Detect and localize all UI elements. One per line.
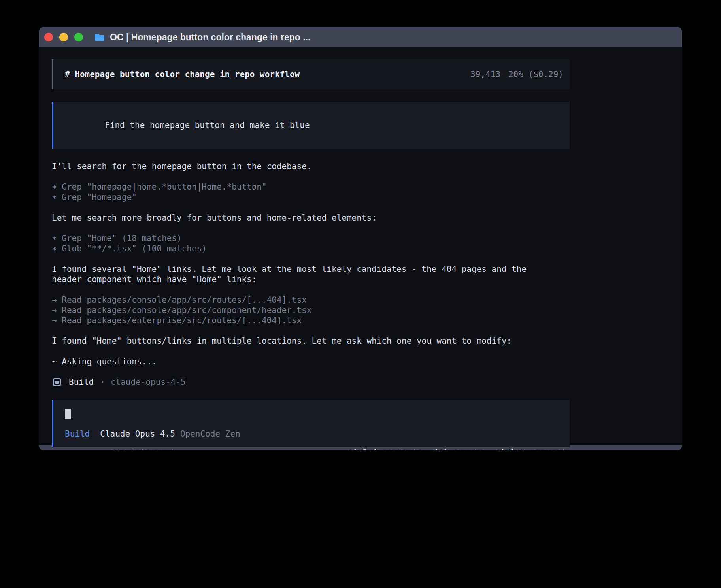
spinner-dots-icon: •••••••• — [52, 447, 101, 450]
traffic-lights — [44, 33, 83, 41]
transcript-line: → Read packages/console/app/src/componen… — [52, 305, 570, 315]
blank-line — [52, 254, 570, 264]
transcript-line: I found "Home" buttons/links in multiple… — [52, 336, 570, 346]
transcript-line: → Read packages/console/app/src/routes/[… — [52, 295, 570, 305]
shortcut-agents: tab agents — [434, 447, 483, 450]
transcript-line: ∗ Grep "Home" (18 matches) — [52, 233, 570, 243]
blank-line — [52, 223, 570, 233]
transcript-line: → Read packages/enterprise/src/routes/[.… — [52, 315, 570, 326]
input-model-label: Claude Opus 4.5 — [100, 429, 175, 439]
shortcut-label: variants — [382, 447, 422, 450]
input-provider-label: OpenCode Zen — [180, 429, 240, 439]
status-bar: •••••••• esc interrupt ctrl+t variants t… — [52, 447, 570, 450]
shortcut-key: ctrl+t — [348, 447, 378, 450]
blank-line — [52, 346, 570, 356]
window-title-group: OC | Homepage button color change in rep… — [94, 32, 310, 43]
input-footer: Build Claude Opus 4.5 OpenCode Zen — [65, 429, 563, 439]
agent-status-row: Build · claude-opus-4-5 — [52, 377, 570, 387]
transcript-line: Let me search more broadly for buttons a… — [52, 213, 570, 223]
transcript-line: I'll search for the homepage button in t… — [52, 161, 570, 172]
window-title: OC | Homepage button color change in rep… — [110, 32, 310, 43]
folder-icon — [94, 33, 105, 41]
blank-line — [52, 202, 570, 213]
blank-line — [52, 285, 570, 295]
transcript-line: header component which have "Home" links… — [52, 274, 570, 285]
transcript-line: I found several "Home" links. Let me loo… — [52, 264, 570, 274]
blank-line — [52, 367, 570, 377]
user-message: Find the homepage button and make it blu… — [52, 102, 570, 149]
transcript: I'll search for the homepage button in t… — [52, 161, 570, 377]
blank-line — [52, 172, 570, 182]
shortcut-variants: ctrl+t variants — [348, 447, 422, 450]
interrupt-key: esc — [111, 447, 126, 450]
token-count: 39,413 — [470, 69, 500, 79]
transcript-line: ∗ Grep "homepage|home.*button|Home.*butt… — [52, 182, 570, 192]
agent-box-icon — [53, 378, 61, 386]
input-mode-label: Build — [65, 429, 90, 439]
shortcut-commands: ctrl+p commands — [495, 447, 570, 450]
titlebar: OC | Homepage button color change in rep… — [39, 27, 682, 47]
session-stats: 39,413 20% ($0.29) — [470, 69, 563, 79]
context-cost: 20% ($0.29) — [508, 69, 563, 79]
transcript-line: ∗ Grep "Homepage" — [52, 192, 570, 202]
agent-name: Build — [69, 377, 94, 387]
session-header: # Homepage button color change in repo w… — [52, 59, 570, 89]
session-content: # Homepage button color change in repo w… — [52, 47, 570, 447]
text-cursor — [65, 409, 71, 419]
shortcut-label: commands — [530, 447, 570, 450]
transcript-line: ~ Asking questions... — [52, 356, 570, 367]
shortcut-key: tab — [434, 447, 449, 450]
shortcut-key: ctrl+p — [495, 447, 525, 450]
interrupt-label: interrupt — [130, 447, 175, 450]
terminal-window: OC | Homepage button color change in rep… — [39, 27, 682, 450]
statusbar-shortcuts: ctrl+t variants tab agents ctrl+p comman… — [336, 447, 570, 450]
session-title: # Homepage button color change in repo w… — [65, 69, 300, 79]
minimize-window-button[interactable] — [59, 33, 68, 41]
shortcut-label: agents — [453, 447, 483, 450]
blank-line — [52, 326, 570, 336]
user-message-text: Find the homepage button and make it blu… — [105, 121, 310, 130]
agent-model: claude-opus-4-5 — [111, 377, 186, 387]
zoom-window-button[interactable] — [74, 33, 83, 41]
prompt-input[interactable]: Build Claude Opus 4.5 OpenCode Zen — [52, 400, 570, 447]
agent-separator: · — [100, 377, 105, 387]
transcript-line: ∗ Glob "**/*.tsx" (100 matches) — [52, 243, 570, 254]
terminal-body: # Homepage button color change in repo w… — [39, 47, 682, 445]
close-window-button[interactable] — [44, 33, 53, 41]
